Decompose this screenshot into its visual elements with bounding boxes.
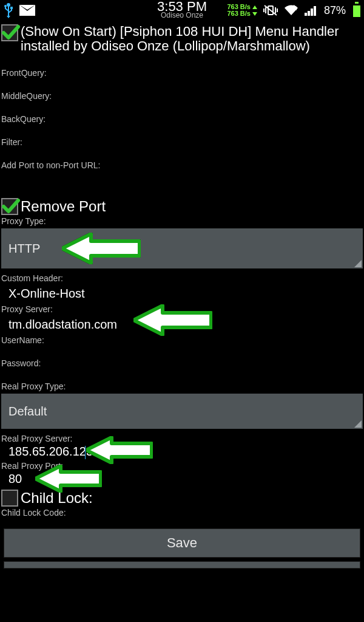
text-cursor <box>85 446 86 459</box>
username-label: UserName: <box>1 335 363 345</box>
svg-rect-14 <box>308 11 310 16</box>
show-on-start-checkbox[interactable] <box>1 24 18 41</box>
password-label: Password: <box>1 358 363 368</box>
childlockcode-label: Child Lock Code: <box>1 508 363 518</box>
cell-signal-icon <box>305 5 318 16</box>
vibrate-icon <box>263 4 278 16</box>
exit-button-partial[interactable] <box>4 561 360 569</box>
realproxyserver-label: Real Proxy Server: <box>1 434 363 443</box>
realproxyport-label: Real Proxy Port: <box>1 461 363 471</box>
app-headline: (Show On Start) [Psiphon 108 HUI DH] Men… <box>21 24 363 53</box>
real-proxy-server-input[interactable] <box>1 443 363 460</box>
customheader-label: Custom Header: <box>1 273 363 283</box>
remove-port-label: Remove Port <box>21 198 106 215</box>
svg-marker-4 <box>7 16 10 18</box>
realproxytype-label: Real Proxy Type: <box>1 381 363 391</box>
remove-port-checkbox[interactable] <box>1 198 18 215</box>
usb-icon <box>4 2 13 18</box>
svg-rect-2 <box>10 7 13 9</box>
dropdown-caret-icon <box>354 420 362 428</box>
battery-icon <box>353 4 360 17</box>
battery-percent: 87% <box>324 4 346 17</box>
svg-rect-16 <box>314 6 316 16</box>
addport-label: Add Port to non-Port URL: <box>1 160 363 170</box>
svg-marker-17 <box>62 234 140 263</box>
middlequery-label: MiddleQuery: <box>1 91 363 101</box>
wifi-icon <box>284 5 298 16</box>
proxyserver-label: Proxy Server: <box>1 304 363 314</box>
child-lock-label: Child Lock: <box>21 490 93 507</box>
proxy-server-input[interactable] <box>1 314 363 334</box>
proxy-type-select[interactable]: HTTP <box>1 228 363 268</box>
svg-point-3 <box>4 5 7 7</box>
status-bar: 3:53 PM Odiseo Onze 763 B/s 763 B/s <box>0 0 364 21</box>
frontquery-label: FrontQuery: <box>1 68 363 78</box>
svg-rect-13 <box>305 13 307 16</box>
proxytype-label: Proxy Type: <box>1 216 363 226</box>
child-lock-checkbox[interactable] <box>1 490 18 507</box>
svg-rect-15 <box>311 9 313 16</box>
real-proxy-type-select[interactable]: Default <box>1 394 363 429</box>
backquery-label: BackQuery: <box>1 114 363 124</box>
real-proxy-port-input[interactable] <box>1 471 363 487</box>
custom-header-input[interactable] <box>1 283 363 303</box>
dropdown-caret-icon <box>354 260 362 267</box>
mail-icon <box>19 5 35 16</box>
annotation-arrow-icon <box>62 233 141 264</box>
save-button[interactable]: Save <box>4 528 360 558</box>
proxy-type-value: HTTP <box>8 242 40 256</box>
real-proxy-type-value: Default <box>8 405 47 419</box>
network-speed-indicator: 763 B/s 763 B/s <box>227 4 257 17</box>
filter-label: Filter: <box>1 137 363 147</box>
